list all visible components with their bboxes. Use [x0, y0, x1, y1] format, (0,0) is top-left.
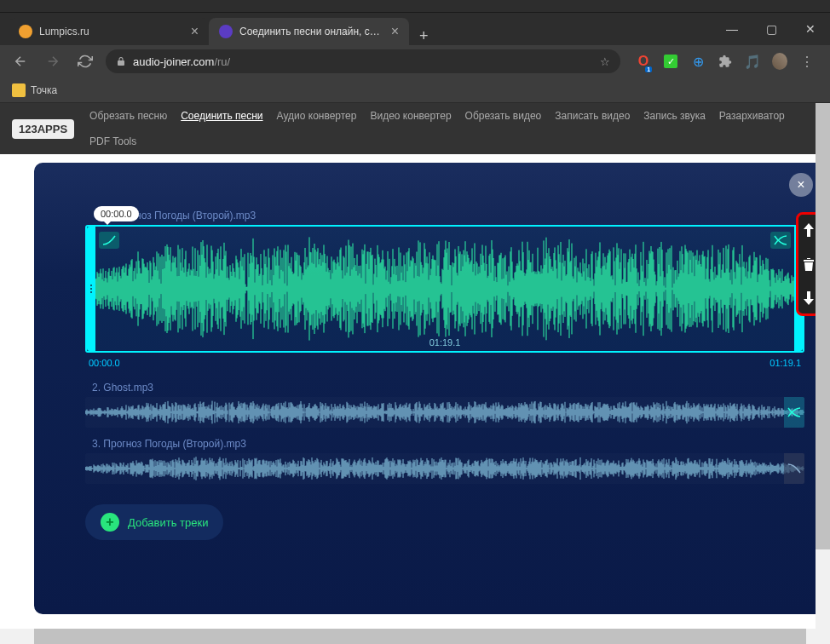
site-header: 123APPS Обрезать песнюСоединить песниАуд…: [0, 103, 830, 154]
folder-icon: [12, 83, 26, 97]
reload-button[interactable]: [73, 49, 97, 73]
menu-button[interactable]: ⋮: [799, 54, 815, 69]
address-bar: audio-joiner.com/ru/ ☆ О1 ✓ ⊕ 🎵 ⋮: [0, 45, 830, 78]
active-waveform[interactable]: 00:00.0 01:19.1: [85, 225, 804, 353]
nav-link[interactable]: Аудио конвертер: [277, 110, 357, 122]
trim-handle-left[interactable]: [87, 227, 95, 351]
track-label: 3. Прогноз Погоды (Второй).mp3: [85, 438, 804, 450]
delete-button[interactable]: [803, 257, 815, 271]
maximize-button[interactable]: ▢: [752, 13, 791, 45]
horizontal-scrollbar[interactable]: [0, 629, 830, 644]
vertical-scrollbar[interactable]: [816, 103, 830, 629]
minimize-button[interactable]: —: [712, 13, 752, 45]
active-track-title: огноз Погоды (Второй).mp3: [119, 210, 804, 221]
add-tracks-button[interactable]: + Добавить треки: [85, 504, 223, 540]
nav-link[interactable]: Видео конвертер: [370, 110, 451, 122]
star-icon[interactable]: ☆: [600, 55, 610, 68]
lock-icon: [116, 56, 126, 66]
bookmark-item[interactable]: Точка: [12, 83, 57, 97]
bookmarks-bar: Точка: [0, 78, 830, 103]
bookmark-label: Точка: [31, 84, 57, 96]
duration-label: 01:19.1: [429, 337, 461, 348]
nav-link[interactable]: Соединить песни: [181, 110, 262, 122]
extension-icon[interactable]: ⊕: [690, 54, 706, 69]
waveform-canvas[interactable]: [87, 227, 803, 351]
move-up-button[interactable]: [803, 223, 815, 237]
close-editor-button[interactable]: ×: [789, 173, 813, 197]
crossfade-button[interactable]: [770, 232, 791, 249]
profile-avatar[interactable]: [772, 54, 787, 69]
move-down-button[interactable]: [803, 291, 815, 305]
fade-in-button[interactable]: [99, 232, 119, 249]
favicon-icon: [219, 25, 233, 38]
audio-editor: × огноз Погоды (Второй).mp3 00:00.0 01:1…: [34, 163, 830, 614]
extensions-button[interactable]: [718, 54, 733, 69]
browser-tab-inactive[interactable]: Lumpics.ru ×: [9, 18, 209, 45]
nav-link[interactable]: Обрезать видео: [465, 110, 542, 122]
nav-link[interactable]: Разархиватор: [719, 110, 785, 122]
start-time: 00:00.0: [89, 358, 120, 368]
time-badge: 00:00.0: [94, 206, 139, 221]
end-time: 01:19.1: [769, 358, 801, 368]
extension-icon[interactable]: 🎵: [745, 54, 760, 69]
close-window-button[interactable]: ✕: [791, 13, 830, 45]
fade-out-icon[interactable]: [784, 453, 804, 484]
extension-icon[interactable]: О1: [636, 54, 651, 69]
url-input[interactable]: audio-joiner.com/ru/ ☆: [106, 49, 620, 73]
track-label: 2. Ghost.mp3: [85, 382, 804, 394]
tab-title: Lumpics.ru: [39, 26, 184, 37]
tab-bar: Lumpics.ru × Соединить песни онлайн, скл…: [0, 13, 830, 45]
track-waveform[interactable]: [85, 397, 804, 428]
tab-title: Соединить песни онлайн, склеи: [239, 26, 384, 37]
plus-icon: +: [101, 513, 119, 532]
favicon-icon: [19, 25, 32, 38]
crossfade-icon[interactable]: [784, 397, 804, 428]
track-waveform[interactable]: [85, 453, 804, 484]
browser-tab-active[interactable]: Соединить песни онлайн, склеи ×: [209, 18, 409, 45]
close-icon[interactable]: ×: [391, 24, 399, 39]
nav-link[interactable]: PDF Tools: [89, 135, 136, 147]
close-icon[interactable]: ×: [191, 24, 199, 39]
nav-link[interactable]: Обрезать песню: [89, 110, 167, 122]
new-tab-button[interactable]: +: [409, 27, 439, 45]
site-logo[interactable]: 123APPS: [12, 119, 74, 139]
back-button[interactable]: [9, 49, 32, 73]
nav-link[interactable]: Записать видео: [555, 110, 630, 122]
nav-link[interactable]: Запись звука: [643, 110, 706, 122]
forward-button[interactable]: [41, 49, 65, 73]
add-button-label: Добавить треки: [128, 516, 208, 529]
extension-icon[interactable]: ✓: [663, 54, 678, 69]
url-text: audio-joiner.com/ru/: [133, 55, 593, 68]
